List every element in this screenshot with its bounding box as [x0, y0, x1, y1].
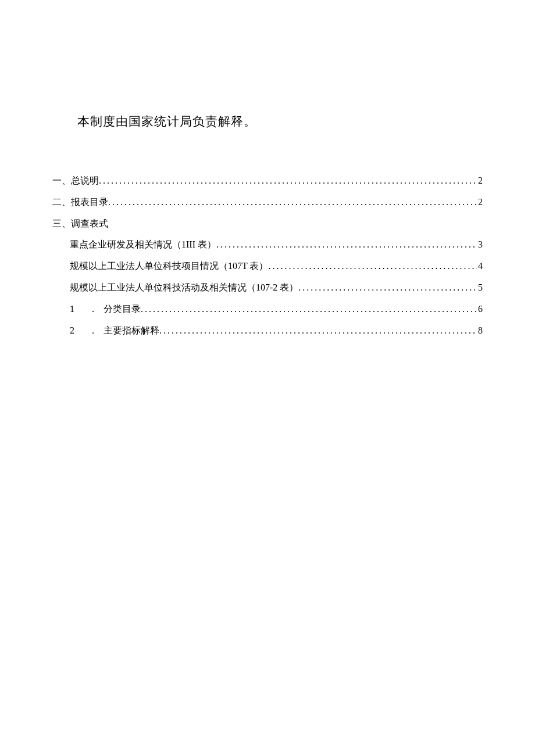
toc-label: 一、总说明	[52, 170, 99, 192]
toc-sublabel: 主要指标解释	[104, 325, 159, 335]
toc-dots	[268, 256, 477, 277]
toc-dots	[298, 277, 477, 299]
toc-label: 二、报表目录	[52, 192, 108, 213]
toc-label: 三、调查表式	[52, 213, 108, 235]
intro-text: 本制度由国家统计局负责解释。	[77, 113, 483, 130]
toc-label: 重点企业研发及相关情况（1III 表）	[70, 234, 216, 256]
toc-page: 3	[477, 234, 483, 256]
toc-label: 2 ． 主要指标解释	[70, 320, 159, 342]
toc-page: 2	[477, 192, 483, 213]
toc-number-dot: ．	[88, 299, 98, 320]
toc-dots	[108, 192, 477, 213]
toc-number-dot: ．	[88, 320, 98, 342]
toc-label: 1 ． 分类目录	[70, 299, 141, 320]
toc-page: 2	[477, 170, 483, 192]
toc-dots	[141, 299, 477, 320]
toc-subitem: 2 ． 主要指标解释 8	[52, 320, 483, 342]
toc-subitem: 规模以上工业法人单位科技活动及相关情况（107-2 表） 5	[52, 277, 483, 299]
toc-label: 规模以上工业法人单位科技项目情况（107T 表）	[70, 256, 268, 277]
toc-subitem: 1 ． 分类目录 6	[52, 299, 483, 320]
toc-page: 8	[477, 320, 483, 342]
document-page: 本制度由国家统计局负责解释。 一、总说明 2 二、报表目录 2 三、调查表式 重…	[0, 0, 535, 341]
toc-label: 规模以上工业法人单位科技活动及相关情况（107-2 表）	[70, 277, 298, 299]
toc-page: 4	[477, 256, 483, 277]
toc-sublabel: 分类目录	[104, 304, 141, 314]
toc-dots	[159, 320, 477, 342]
toc-subitem: 规模以上工业法人单位科技项目情况（107T 表） 4	[52, 256, 483, 277]
toc-item: 三、调查表式	[52, 213, 483, 235]
toc-dots	[99, 170, 477, 192]
toc-number: 1	[70, 299, 80, 320]
toc-subitem: 重点企业研发及相关情况（1III 表） 3	[52, 234, 483, 256]
toc-item: 一、总说明 2	[52, 170, 483, 192]
toc-number: 2	[70, 320, 80, 342]
toc-item: 二、报表目录 2	[52, 192, 483, 213]
toc-dots	[216, 234, 477, 256]
toc-page: 5	[477, 277, 483, 299]
toc-page: 6	[477, 299, 483, 320]
table-of-contents: 一、总说明 2 二、报表目录 2 三、调查表式 重点企业研发及相关情况（1III…	[52, 170, 483, 341]
